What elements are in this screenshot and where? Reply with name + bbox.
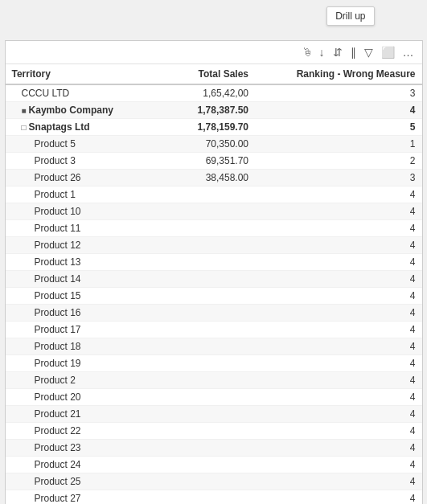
cell-sales — [150, 288, 255, 305]
cell-rank: 4 — [255, 102, 421, 119]
table-row: Product 17 4 — [6, 322, 422, 338]
cell-territory: Product 5 — [6, 136, 150, 153]
table-row: Product 23 4 — [6, 440, 422, 457]
table-row: Product 5 70,350.00 1 — [6, 136, 422, 153]
cell-rank: 4 — [255, 271, 421, 288]
table-row: Product 12 4 — [6, 237, 422, 254]
table-row: □Snaptags Ltd 1,78,159.70 5 — [6, 119, 422, 136]
table-wrapper[interactable]: Territory Total Sales Ranking - Wrong Me… — [6, 64, 422, 504]
more-icon[interactable]: … — [401, 44, 416, 60]
cell-rank: 4 — [255, 423, 421, 440]
cell-territory: Product 24 — [6, 457, 150, 473]
cell-rank: 4 — [255, 254, 421, 271]
cell-territory: Product 15 — [6, 288, 150, 305]
table-row: Product 16 4 — [6, 305, 422, 322]
cell-rank: 4 — [255, 440, 421, 457]
cell-sales — [150, 186, 255, 203]
cell-sales — [150, 203, 255, 220]
cell-sales — [150, 220, 255, 237]
cell-sales: 69,351.70 — [150, 153, 255, 170]
cell-rank: 4 — [255, 355, 421, 372]
table-row: Product 24 4 — [6, 457, 422, 473]
cell-territory: Product 13 — [6, 254, 150, 271]
cell-rank: 4 — [255, 389, 421, 406]
cell-rank: 4 — [255, 490, 421, 505]
cell-territory: Product 3 — [6, 153, 150, 170]
cell-rank: 1 — [255, 136, 421, 153]
cell-territory: Product 21 — [6, 406, 150, 423]
table-row: Product 27 4 — [6, 490, 422, 505]
table-row: Product 14 4 — [6, 271, 422, 288]
cell-sales: 1,65,42,00 — [150, 84, 255, 102]
table-row: Product 2 4 — [6, 372, 422, 389]
cell-territory: Product 16 — [6, 305, 150, 322]
cell-rank: 4 — [255, 473, 421, 490]
cell-rank: 3 — [255, 84, 421, 102]
cell-sales — [150, 440, 255, 457]
data-table: Territory Total Sales Ranking - Wrong Me… — [6, 64, 422, 504]
hierarchy-icon[interactable]: ∥ — [349, 44, 358, 60]
cell-territory: Product 19 — [6, 355, 150, 372]
cell-rank: 4 — [255, 457, 421, 473]
cell-territory: Product 10 — [6, 203, 150, 220]
cell-sales — [150, 490, 255, 505]
col-ranking[interactable]: Ranking - Wrong Measure — [255, 64, 421, 84]
col-total-sales[interactable]: Total Sales — [150, 64, 255, 84]
cell-sales — [150, 423, 255, 440]
table-row: Product 11 4 — [6, 220, 422, 237]
cell-territory: Product 20 — [6, 389, 150, 406]
cell-sales — [150, 457, 255, 473]
cell-territory: Product 18 — [6, 338, 150, 355]
table-row: CCCU LTD 1,65,42,00 3 — [6, 84, 422, 102]
table-row: Product 13 4 — [6, 254, 422, 271]
col-territory[interactable]: Territory — [6, 64, 150, 84]
cell-territory: Product 12 — [6, 237, 150, 254]
filter-icon[interactable]: ▽ — [363, 44, 375, 60]
table-row: Product 19 4 — [6, 355, 422, 372]
table-row: Product 18 4 — [6, 338, 422, 355]
expand-icon[interactable]: ⬜ — [380, 44, 396, 60]
cell-rank: 5 — [255, 119, 421, 136]
table-row: Product 26 38,458.00 3 — [6, 170, 422, 186]
down-arrow-icon[interactable]: ↓ — [318, 44, 326, 60]
cell-sales: 1,78,159.70 — [150, 119, 255, 136]
cell-sales — [150, 372, 255, 389]
cell-territory: □Snaptags Ltd — [6, 119, 150, 136]
cell-rank: 3 — [255, 170, 421, 186]
table-row: Product 22 4 — [6, 423, 422, 440]
cell-territory: Product 11 — [6, 220, 150, 237]
cell-sales: 1,78,387.50 — [150, 102, 255, 119]
table-row: Product 1 4 — [6, 186, 422, 203]
table-row: ■Kaymbo Company 1,78,387.50 4 — [6, 102, 422, 119]
table-row: Product 25 4 — [6, 473, 422, 490]
cell-rank: 4 — [255, 186, 421, 203]
sort-icon[interactable]: ⇵ — [331, 44, 344, 60]
cell-territory: Product 25 — [6, 473, 150, 490]
expand-minus-icon: □ — [22, 123, 27, 132]
cell-territory: Product 27 — [6, 490, 150, 505]
cell-sales — [150, 338, 255, 355]
cell-territory: Product 26 — [6, 170, 150, 186]
cell-rank: 4 — [255, 406, 421, 423]
cell-rank: 4 — [255, 237, 421, 254]
cell-territory: Product 23 — [6, 440, 150, 457]
cell-sales — [150, 355, 255, 372]
table-row: Product 15 4 — [6, 288, 422, 305]
cell-rank: 4 — [255, 338, 421, 355]
cell-sales — [150, 305, 255, 322]
cell-sales — [150, 271, 255, 288]
cell-territory: Product 17 — [6, 322, 150, 338]
cell-territory: Product 14 — [6, 271, 150, 288]
table-row: Product 3 69,351.70 2 — [6, 153, 422, 170]
cell-territory: CCCU LTD — [6, 84, 150, 102]
drill-up-button[interactable]: Drill up — [326, 6, 374, 26]
cell-sales — [150, 473, 255, 490]
cursor-icon: 🖰 — [302, 46, 313, 59]
expand-minus-icon: ■ — [22, 106, 27, 115]
table-row: Product 20 4 — [6, 389, 422, 406]
table-row: Product 21 4 — [6, 406, 422, 423]
cell-rank: 4 — [255, 288, 421, 305]
cell-sales — [150, 406, 255, 423]
table-row: Product 10 4 — [6, 203, 422, 220]
cell-rank: 4 — [255, 305, 421, 322]
